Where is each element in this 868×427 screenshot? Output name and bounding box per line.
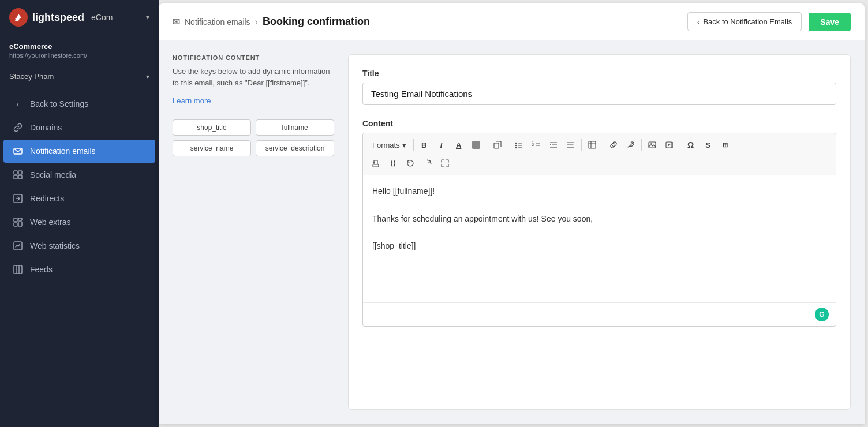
back-btn-label: Back to Notification Emails <box>703 17 792 26</box>
left-panel: NOTIFICATION CONTENT Use the keys below … <box>173 54 334 410</box>
source-button[interactable]: ⊞ <box>717 137 734 153</box>
sidebar-item-notification-emails[interactable]: Notification emails <box>3 140 155 163</box>
svg-rect-5 <box>18 175 22 179</box>
insert-media-button[interactable] <box>661 137 678 153</box>
svg-rect-9 <box>14 223 17 226</box>
editor-line-2 <box>372 198 826 212</box>
ordered-list-button[interactable]: 1.2. <box>528 137 544 153</box>
sidebar-item-social-media[interactable]: Social media <box>3 163 155 186</box>
undo-button[interactable] <box>402 155 418 171</box>
store-name: eCommerce <box>9 42 149 51</box>
svg-rect-4 <box>14 175 17 179</box>
unordered-list-button[interactable] <box>511 137 527 153</box>
underline-button[interactable]: A <box>451 137 467 153</box>
insert-link-button[interactable] <box>605 137 622 153</box>
toolbar-separator <box>413 139 414 151</box>
save-button[interactable]: Save <box>809 13 851 31</box>
user-name: Stacey Pham <box>9 72 54 81</box>
indent-left-button[interactable] <box>545 137 562 153</box>
ecom-label: eCom <box>91 13 113 22</box>
font-color-button[interactable] <box>468 137 484 153</box>
sidebar: lightspeed eCom ▾ eCommerce https://your… <box>0 0 159 427</box>
feed-icon <box>13 264 23 275</box>
copy-format-button[interactable] <box>489 137 506 153</box>
insert-image-button[interactable] <box>644 137 660 153</box>
print-button[interactable] <box>368 155 384 171</box>
editor-line-4 <box>372 226 826 239</box>
key-shop-title[interactable]: shop_title <box>173 119 251 136</box>
sidebar-item-label: Redirects <box>30 194 64 203</box>
content-label: Content <box>362 119 836 128</box>
sidebar-item-label: Back to Settings <box>30 99 88 108</box>
email-icon <box>13 146 23 156</box>
editor-toolbar: Formats ▾ B I A <box>363 133 836 175</box>
key-service-description[interactable]: service_description <box>256 140 334 156</box>
sidebar-header: lightspeed eCom ▾ <box>0 0 159 35</box>
svg-text:2.: 2. <box>532 143 535 147</box>
user-chevron-icon[interactable]: ▾ <box>146 73 149 81</box>
breadcrumb-current: Booking confirmation <box>263 16 370 28</box>
store-url: https://youronlinestore.com/ <box>9 52 149 59</box>
table-button[interactable] <box>584 137 600 153</box>
toolbar-separator-5 <box>603 139 603 151</box>
breadcrumb: ✉ Notification emails › Booking confirma… <box>173 16 687 28</box>
svg-rect-7 <box>14 218 17 222</box>
toolbar-separator-2 <box>487 139 487 151</box>
email-nav-icon: ✉ <box>173 16 180 27</box>
nav-menu: ‹ Back to Settings Domains Notification … <box>0 87 159 427</box>
code-button[interactable]: ⟨⟩ <box>385 155 401 171</box>
chevron-down-icon[interactable]: ▾ <box>146 13 149 21</box>
remove-link-button[interactable] <box>623 137 639 153</box>
store-info: eCommerce https://youronlinestore.com/ <box>0 35 159 66</box>
sidebar-item-web-extras[interactable]: Web extras <box>3 211 155 234</box>
logo-area: lightspeed eCom <box>9 8 146 27</box>
svg-rect-41 <box>373 162 375 163</box>
key-fullname[interactable]: fullname <box>256 119 334 136</box>
toolbar-separator-4 <box>581 139 582 151</box>
breadcrumb-parent: Notification emails <box>185 17 250 27</box>
sidebar-item-label: Web extras <box>30 218 71 227</box>
formats-label: Formats <box>372 141 400 149</box>
svg-rect-36 <box>649 142 656 148</box>
svg-rect-40 <box>373 164 379 167</box>
italic-button[interactable]: I <box>433 137 450 153</box>
editor-line-5: [[shop_title]] <box>372 239 826 253</box>
svg-point-16 <box>515 143 516 144</box>
formats-chevron-icon: ▾ <box>402 141 406 149</box>
link-icon <box>13 122 23 133</box>
indent-right-button[interactable] <box>563 137 579 153</box>
editor-body[interactable]: Hello [[fullname]]! Thanks for schedulin… <box>363 175 836 302</box>
back-to-notification-emails-button[interactable]: ‹ Back to Notification Emails <box>687 12 802 31</box>
toolbar-separator-6 <box>641 139 642 151</box>
sidebar-item-redirects[interactable]: Redirects <box>3 187 155 210</box>
learn-more-link[interactable]: Learn more <box>173 96 211 105</box>
formats-dropdown[interactable]: Formats ▾ <box>368 137 411 153</box>
svg-point-18 <box>515 145 516 146</box>
bold-button[interactable]: B <box>416 137 432 153</box>
content-section: Content Formats ▾ B I <box>362 119 836 327</box>
svg-point-20 <box>515 147 516 148</box>
editor-panel: Title Content Formats ▾ <box>348 54 851 410</box>
title-input[interactable] <box>362 83 836 105</box>
main-content: ✉ Notification emails › Booking confirma… <box>159 3 865 424</box>
key-service-name[interactable]: service_name <box>173 140 251 156</box>
sidebar-item-label: Notification emails <box>30 147 96 156</box>
fullscreen-button[interactable] <box>437 155 453 171</box>
sidebar-item-web-statistics[interactable]: Web statistics <box>3 234 155 257</box>
chevron-left-icon: ‹ <box>13 99 23 109</box>
chart-icon <box>13 241 23 251</box>
svg-rect-8 <box>18 218 22 220</box>
sidebar-item-label: Web statistics <box>30 241 80 250</box>
redo-button[interactable] <box>420 155 436 171</box>
notification-content-section: NOTIFICATION CONTENT Use the keys below … <box>173 54 334 156</box>
special-chars-button[interactable]: Ω <box>683 137 699 153</box>
toolbar-row-2: ⟨⟩ <box>368 155 831 171</box>
topbar-actions: ‹ Back to Notification Emails Save <box>687 12 851 31</box>
section-title: NOTIFICATION CONTENT <box>173 54 334 61</box>
strikethrough-button[interactable]: S <box>700 137 716 153</box>
sidebar-item-domains[interactable]: Domains <box>3 116 155 139</box>
svg-rect-32 <box>589 141 596 148</box>
sidebar-item-back-settings[interactable]: ‹ Back to Settings <box>3 92 155 115</box>
topbar: ✉ Notification emails › Booking confirma… <box>159 3 865 40</box>
sidebar-item-feeds[interactable]: Feeds <box>3 258 155 281</box>
